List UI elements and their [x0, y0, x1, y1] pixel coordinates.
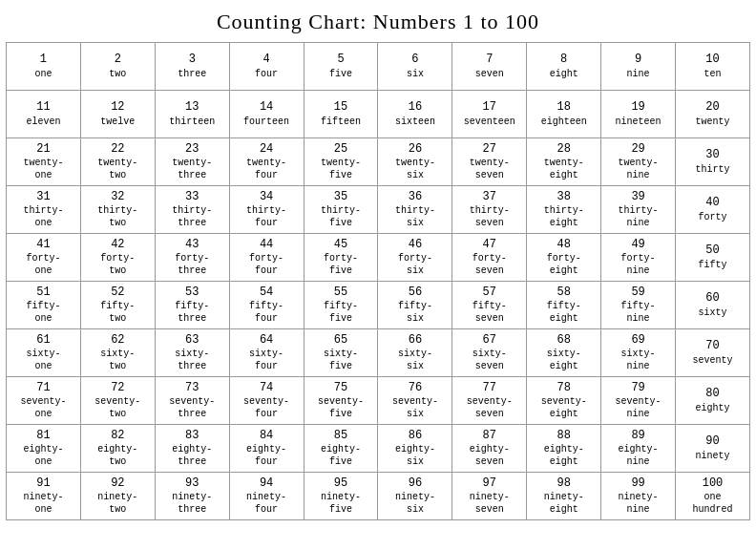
- cell-58: 58fifty-eight: [527, 282, 601, 329]
- cell-17: 17seventeen: [452, 91, 527, 138]
- cell-54: 54fifty-four: [229, 282, 304, 329]
- cell-68: 68sixty-eight: [527, 329, 601, 377]
- cell-41: 41forty-one: [7, 234, 81, 282]
- cell-66: 66sixty-six: [378, 329, 452, 377]
- cell-47: 47forty-seven: [452, 234, 527, 282]
- cell-90: 90ninety: [676, 425, 750, 473]
- cell-2: 2two: [80, 43, 155, 91]
- cell-59: 59fifty-nine: [601, 282, 676, 329]
- cell-62: 62sixty-two: [80, 329, 155, 377]
- cell-60: 60sixty: [676, 282, 750, 329]
- cell-67: 67sixty-seven: [452, 329, 527, 377]
- cell-31: 31thirty-one: [7, 186, 81, 234]
- cell-100: 100onehundred: [676, 473, 750, 520]
- cell-87: 87eighty-seven: [452, 425, 527, 473]
- cell-76: 76seventy-six: [378, 377, 452, 425]
- cell-48: 48forty-eight: [527, 234, 601, 282]
- cell-84: 84eighty-four: [229, 425, 304, 473]
- cell-75: 75seventy-five: [304, 377, 378, 425]
- cell-57: 57fifty-seven: [452, 282, 527, 329]
- cell-50: 50fifty: [676, 234, 750, 282]
- cell-73: 73seventy-three: [155, 377, 229, 425]
- cell-93: 93ninety-three: [155, 473, 229, 520]
- cell-95: 95ninety-five: [304, 473, 378, 520]
- cell-36: 36thirty-six: [378, 186, 452, 234]
- cell-34: 34thirty-four: [229, 186, 304, 234]
- cell-45: 45forty-five: [304, 234, 378, 282]
- cell-78: 78seventy-eight: [527, 377, 601, 425]
- cell-5: 5five: [304, 43, 378, 91]
- cell-24: 24twenty-four: [229, 138, 304, 186]
- cell-43: 43forty-three: [155, 234, 229, 282]
- cell-86: 86eighty-six: [378, 425, 452, 473]
- cell-77: 77seventy-seven: [452, 377, 527, 425]
- cell-8: 8eight: [527, 43, 601, 91]
- cell-52: 52fifty-two: [80, 282, 155, 329]
- cell-46: 46forty-six: [378, 234, 452, 282]
- cell-37: 37thirty-seven: [452, 186, 527, 234]
- cell-42: 42forty-two: [80, 234, 155, 282]
- cell-79: 79seventy-nine: [601, 377, 676, 425]
- cell-83: 83eighty-three: [155, 425, 229, 473]
- cell-15: 15fifteen: [304, 91, 378, 138]
- cell-71: 71seventy-one: [7, 377, 81, 425]
- cell-44: 44forty-four: [229, 234, 304, 282]
- cell-18: 18eighteen: [527, 91, 601, 138]
- cell-56: 56fifty-six: [378, 282, 452, 329]
- cell-64: 64sixty-four: [229, 329, 304, 377]
- cell-29: 29twenty-nine: [601, 138, 676, 186]
- cell-88: 88eighty-eight: [527, 425, 601, 473]
- cell-94: 94ninety-four: [229, 473, 304, 520]
- cell-23: 23twenty-three: [155, 138, 229, 186]
- cell-65: 65sixty-five: [304, 329, 378, 377]
- cell-82: 82eighty-two: [80, 425, 155, 473]
- cell-70: 70seventy: [676, 329, 750, 377]
- cell-97: 97ninety-seven: [452, 473, 527, 520]
- cell-99: 99ninety-nine: [601, 473, 676, 520]
- cell-40: 40forty: [676, 186, 750, 234]
- cell-81: 81eighty-one: [7, 425, 81, 473]
- cell-10: 10ten: [676, 43, 750, 91]
- counting-chart: 1one2two3three4four5five6six7seven8eight…: [6, 42, 750, 520]
- cell-38: 38thirty-eight: [527, 186, 601, 234]
- cell-61: 61sixty-one: [7, 329, 81, 377]
- cell-33: 33thirty-three: [155, 186, 229, 234]
- cell-4: 4four: [229, 43, 304, 91]
- cell-72: 72seventy-two: [80, 377, 155, 425]
- cell-16: 16sixteen: [378, 91, 452, 138]
- cell-14: 14fourteen: [229, 91, 304, 138]
- cell-6: 6six: [378, 43, 452, 91]
- page-title: Counting Chart: Numbers 1 to 100: [217, 10, 539, 34]
- cell-53: 53fifty-three: [155, 282, 229, 329]
- cell-32: 32thirty-two: [80, 186, 155, 234]
- cell-63: 63sixty-three: [155, 329, 229, 377]
- cell-96: 96ninety-six: [378, 473, 452, 520]
- cell-91: 91ninety-one: [7, 473, 81, 520]
- cell-27: 27twenty-seven: [452, 138, 527, 186]
- cell-11: 11eleven: [7, 91, 81, 138]
- cell-35: 35thirty-five: [304, 186, 378, 234]
- cell-7: 7seven: [452, 43, 527, 91]
- cell-49: 49forty-nine: [601, 234, 676, 282]
- cell-20: 20twenty: [676, 91, 750, 138]
- cell-26: 26twenty-six: [378, 138, 452, 186]
- cell-30: 30thirty: [676, 138, 750, 186]
- cell-80: 80eighty: [676, 377, 750, 425]
- cell-55: 55fifty-five: [304, 282, 378, 329]
- cell-51: 51fifty-one: [7, 282, 81, 329]
- cell-28: 28twenty-eight: [527, 138, 601, 186]
- cell-12: 12twelve: [80, 91, 155, 138]
- cell-92: 92ninety-two: [80, 473, 155, 520]
- cell-85: 85eighty-five: [304, 425, 378, 473]
- cell-3: 3three: [155, 43, 229, 91]
- cell-19: 19nineteen: [601, 91, 676, 138]
- cell-22: 22twenty-two: [80, 138, 155, 186]
- cell-9: 9nine: [601, 43, 676, 91]
- cell-69: 69sixty-nine: [601, 329, 676, 377]
- cell-74: 74seventy-four: [229, 377, 304, 425]
- cell-98: 98ninety-eight: [527, 473, 601, 520]
- cell-25: 25twenty-five: [304, 138, 378, 186]
- cell-89: 89eighty-nine: [601, 425, 676, 473]
- cell-39: 39thirty-nine: [601, 186, 676, 234]
- cell-1: 1one: [7, 43, 81, 91]
